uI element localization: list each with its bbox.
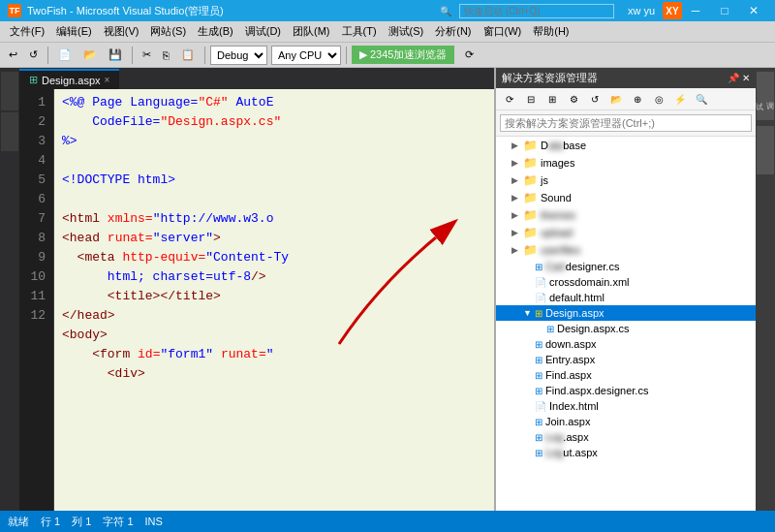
- sol-toolbar-open[interactable]: 📂: [606, 90, 626, 108]
- cpu-select[interactable]: Any CPU: [271, 46, 341, 65]
- restore-button[interactable]: □: [711, 1, 738, 20]
- close-button[interactable]: ✕: [740, 1, 767, 20]
- menu-help[interactable]: 帮助(H): [527, 22, 574, 41]
- side-tab-2[interactable]: [1, 112, 18, 151]
- sol-toolbar-search-icon: 🔍: [692, 90, 711, 108]
- tree-arrow: ▶: [512, 245, 523, 255]
- tree-item-label: Database: [541, 140, 586, 151]
- file-icon: ⊞: [535, 355, 542, 365]
- editor-tab-design-aspx[interactable]: ⊞ Design.aspx ×: [19, 69, 119, 89]
- tree-item-entry-aspx[interactable]: ⊞ Entry.aspx: [496, 352, 756, 367]
- solution-explorer-header: 解决方案资源管理器 📌 ✕: [496, 68, 756, 88]
- tree-item-label: Log: [545, 447, 563, 458]
- tree-item-label: Find.aspx: [545, 369, 592, 381]
- tree-item-down-aspx[interactable]: ⊞ down.aspx: [496, 336, 756, 352]
- code-line-1: <%@ Page Language="C#" AutoE: [62, 93, 486, 112]
- toolbar: ↩ ↺ 📄 📂 💾 ✂ ⎘ 📋 Debug Any CPU ▶ 2345加速浏览…: [0, 43, 775, 68]
- tree-item-label: Design.aspx.cs: [557, 323, 630, 334]
- menu-view[interactable]: 视图(V): [98, 22, 145, 41]
- quick-launch-input[interactable]: [459, 4, 614, 18]
- toolbar-paste[interactable]: 📋: [176, 46, 200, 64]
- file-icon: ⊞: [535, 448, 542, 458]
- sol-toolbar-show-all[interactable]: ◎: [649, 90, 668, 108]
- tree-item-label: Cart: [545, 261, 566, 272]
- code-area[interactable]: 1 2 3 4 5 6 7 8 9 10 11 12 <%@ Page Lang…: [19, 89, 494, 511]
- tree-item-blurred-designer[interactable]: ⊞ Cartdesigner.cs: [496, 259, 756, 274]
- toolbar-new[interactable]: 📄: [53, 46, 77, 64]
- sol-toolbar-filter[interactable]: ⊞: [542, 90, 562, 108]
- sol-toolbar-collapse[interactable]: ⊟: [521, 90, 541, 108]
- tree-item-default[interactable]: 📄 default.html: [496, 290, 756, 305]
- menu-debug[interactable]: 调试(D): [239, 22, 287, 41]
- file-icon: ⊞: [535, 417, 542, 427]
- tree-item-index-html[interactable]: 📄 Index.html: [496, 398, 756, 414]
- tree-item-find-designer[interactable]: ⊞ Find.aspx.designer.cs: [496, 383, 756, 398]
- menu-test[interactable]: 测试(S): [383, 22, 430, 41]
- menu-website[interactable]: 网站(S): [144, 22, 192, 41]
- menu-build[interactable]: 生成(B): [192, 22, 239, 41]
- status-char: 字符 1: [103, 515, 133, 529]
- tree-item-design-aspx-cs[interactable]: ⊞ Design.aspx.cs: [496, 321, 756, 336]
- code-line-8: <title></title>: [62, 287, 486, 306]
- code-line-2: [62, 151, 486, 171]
- toolbar-copy[interactable]: ⎘: [158, 47, 174, 64]
- tree-arrow: ▶: [512, 141, 523, 150]
- folder-icon: 📁: [523, 208, 538, 222]
- tree-item-find-aspx[interactable]: ⊞ Find.aspx: [496, 367, 756, 383]
- folder-icon: 📁: [523, 173, 538, 187]
- toolbar-cut[interactable]: ✂: [138, 46, 156, 64]
- tree-item-crossdomain[interactable]: 📄 crossdomain.xml: [496, 274, 756, 290]
- tree-item-blurred-3[interactable]: ▶ 📁 userfiles: [496, 241, 756, 259]
- toolbar-refresh[interactable]: ⟳: [460, 46, 479, 64]
- tree-item-join-aspx[interactable]: ⊞ Join.aspx: [496, 414, 756, 429]
- search-icon: 🔍: [440, 6, 451, 16]
- folder-icon: 📁: [523, 156, 538, 170]
- tree-item-blurred-2[interactable]: ▶ 📁 upload: [496, 224, 756, 241]
- code-line-10: <body>: [62, 326, 486, 345]
- right-tab-1[interactable]: 调试: [757, 72, 774, 120]
- panel-close-btn[interactable]: ✕: [742, 73, 750, 83]
- tree-item-sound[interactable]: ▶ 📁 Sound: [496, 189, 756, 206]
- right-tab-2[interactable]: [757, 126, 774, 174]
- minimize-button[interactable]: ─: [682, 1, 709, 20]
- toolbar-save[interactable]: 💾: [104, 46, 127, 64]
- side-tab-1[interactable]: [1, 72, 18, 110]
- toolbar-open[interactable]: 📂: [78, 46, 102, 64]
- menu-window[interactable]: 窗口(W): [478, 22, 528, 41]
- solution-explorer-toolbar: ⟳ ⊟ ⊞ ⚙ ↺ 📂 ⊕ ◎ ⚡ 🔍: [496, 88, 756, 110]
- code-line-12: <div>: [62, 364, 486, 384]
- menu-file[interactable]: 文件(F): [4, 22, 50, 41]
- menu-edit[interactable]: 编辑(E): [50, 22, 98, 41]
- code-line-4: [62, 190, 486, 209]
- pin-button[interactable]: 📌: [728, 73, 739, 83]
- menu-team[interactable]: 团队(M): [287, 22, 336, 41]
- solution-search-input[interactable]: [500, 114, 752, 132]
- sol-toolbar-add[interactable]: ⊕: [628, 90, 647, 108]
- menu-analyze[interactable]: 分析(N): [429, 22, 477, 41]
- tree-item-design-aspx[interactable]: ▼ ⊞ Design.aspx: [496, 305, 756, 321]
- debug-mode-select[interactable]: Debug: [210, 46, 267, 65]
- code-text[interactable]: <%@ Page Language="C#" AutoE CodeFile="D…: [54, 89, 494, 511]
- sol-toolbar-sync[interactable]: ⟳: [500, 90, 519, 108]
- tree-item-blurred-1[interactable]: ▶ 📁 themes: [496, 206, 756, 224]
- tree-item-images[interactable]: ▶ 📁 images: [496, 154, 756, 172]
- menu-tools[interactable]: 工具(T): [336, 22, 383, 41]
- sol-toolbar-settings[interactable]: ⚙: [564, 90, 583, 108]
- sol-toolbar-prop[interactable]: ⚡: [670, 90, 690, 108]
- file-icon: ⊞: [535, 386, 542, 396]
- line-numbers: 1 2 3 4 5 6 7 8 9 10 11 12: [19, 89, 54, 511]
- tree-item-database[interactable]: ▶ 📁 Database: [496, 137, 756, 154]
- code-line-6: <head runat="server">: [62, 229, 486, 248]
- toolbar-btn-2[interactable]: ↺: [24, 46, 43, 64]
- tree-item-blurred-aspx[interactable]: ⊞ Log.aspx: [496, 429, 756, 445]
- file-icon: 📄: [535, 293, 546, 303]
- solution-tree: ▶ 📁 Database ▶ 📁 images ▶ 📁 js ▶ 📁 Sound: [496, 137, 756, 511]
- tab-close-btn[interactable]: ×: [105, 75, 110, 85]
- toolbar-btn-1[interactable]: ↩: [4, 46, 22, 64]
- tree-item-js[interactable]: ▶ 📁 js: [496, 172, 756, 189]
- run-button[interactable]: ▶ 2345加速浏览器: [352, 46, 454, 64]
- folder-icon: 📁: [523, 191, 538, 204]
- tree-arrow: ▶: [512, 193, 523, 203]
- tree-item-blurred-logout[interactable]: ⊞ Logut.aspx: [496, 445, 756, 460]
- sol-toolbar-refresh[interactable]: ↺: [585, 90, 604, 108]
